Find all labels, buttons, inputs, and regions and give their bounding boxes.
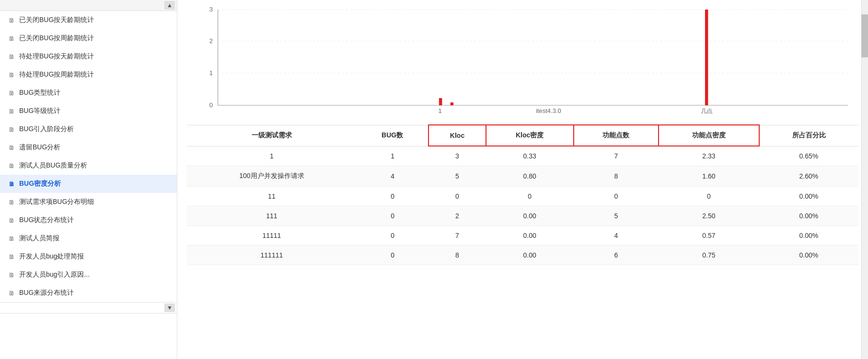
sidebar-scroll-top[interactable]: ▲ [0, 0, 177, 11]
svg-rect-9 [439, 98, 442, 105]
sidebar-item-test-req-bug-detail[interactable]: 🗎测试需求项BUG分布明细 [0, 193, 177, 211]
sidebar-item-bug-density[interactable]: 🗎BUG密度分析 [0, 175, 177, 193]
doc-icon: 🗎 [8, 271, 15, 279]
cell-req: 111 [187, 206, 357, 226]
sidebar-item-label-pending-bug-day: 待处理BUG按天龄期统计 [19, 52, 169, 61]
cell-kloc-density: 0.80 [486, 166, 574, 187]
cell-func-density: 0.57 [659, 226, 759, 246]
sidebar-item-bug-source-dist[interactable]: 🗎BUG来源分布统计 [0, 284, 177, 302]
cell-bug-count: 0 [357, 226, 429, 246]
cell-percentage: 0.00% [759, 187, 858, 206]
doc-icon: 🗎 [8, 198, 15, 206]
table-body: 1130.3372.330.65%100用户并发操作请求450.8081.602… [187, 146, 858, 265]
cell-req: 11 [187, 187, 357, 206]
scroll-up-arrow-icon[interactable]: ▲ [164, 1, 175, 10]
table-area: 一级测试需求 BUG数 Kloc Kloc密度 功能点数 功能点密度 所占百分比… [187, 120, 858, 265]
col-header-bug-count: BUG数 [357, 125, 429, 146]
doc-icon: 🗎 [8, 34, 15, 42]
svg-text:itest4.3.0: itest4.3.0 [536, 108, 561, 114]
col-header-func-points: 功能点数 [574, 125, 659, 146]
sidebar-item-label-closed-bug-week: 已关闭BUG按周龄期统计 [19, 34, 169, 43]
sidebar-scroll-bottom[interactable]: ▼ [0, 302, 177, 314]
cell-kloc: 0 [428, 187, 486, 206]
cell-func-density: 0.75 [659, 246, 759, 265]
main-scrollbar-track[interactable] [861, 0, 868, 359]
table-row: 111111080.0060.750.00% [187, 246, 858, 265]
svg-rect-11 [705, 10, 708, 105]
cell-func-points: 7 [574, 146, 659, 166]
sidebar-item-label-tester-brief: 测试人员简报 [19, 234, 169, 243]
svg-text:1: 1 [209, 70, 213, 76]
doc-icon: 🗎 [8, 180, 15, 188]
doc-icon: 🗎 [8, 235, 15, 242]
table-row: 11000000.00% [187, 187, 858, 206]
sidebar-item-pending-bug-day[interactable]: 🗎待处理BUG按天龄期统计 [0, 47, 177, 66]
sidebar-item-bug-status-dist[interactable]: 🗎BUG状态分布统计 [0, 211, 177, 229]
cell-func-density: 2.50 [659, 206, 759, 226]
cell-req: 1 [187, 146, 357, 166]
sidebar-item-tester-bug-quality[interactable]: 🗎测试人员BUG质量分析 [0, 157, 177, 175]
cell-bug-count: 0 [357, 246, 429, 265]
sidebar-item-tester-brief[interactable]: 🗎测试人员简报 [0, 229, 177, 247]
main-content: 3 2 1 0 1 itest4.3.0 几点 一 [177, 0, 868, 359]
cell-func-density: 0 [659, 187, 759, 206]
sidebar-item-label-dev-bug-cause: 开发人员bug引入原因... [19, 270, 169, 279]
table-header-row: 一级测试需求 BUG数 Kloc Kloc密度 功能点数 功能点密度 所占百分比 [187, 125, 858, 146]
sidebar-item-pending-bug-week[interactable]: 🗎待处理BUG按周龄期统计 [0, 66, 177, 84]
line-bar-chart: 3 2 1 0 1 itest4.3.0 几点 [187, 5, 858, 115]
table-row: 100用户并发操作请求450.8081.602.60% [187, 166, 858, 187]
col-header-func-density: 功能点密度 [659, 125, 759, 146]
cell-bug-count: 0 [357, 206, 429, 226]
svg-text:0: 0 [209, 102, 213, 108]
cell-bug-count: 4 [357, 166, 429, 187]
sidebar-item-label-closed-bug-day: 已关闭BUG按天龄期统计 [19, 16, 169, 24]
sidebar-item-bug-intro-stage[interactable]: 🗎BUG引入阶段分析 [0, 120, 177, 138]
cell-kloc: 5 [428, 166, 486, 187]
doc-icon: 🗎 [8, 289, 15, 297]
cell-kloc: 3 [428, 146, 486, 166]
sidebar-item-dev-bug-cause[interactable]: 🗎开发人员bug引入原因... [0, 266, 177, 284]
doc-icon: 🗎 [8, 144, 15, 151]
sidebar-item-bug-level[interactable]: 🗎BUG等级统计 [0, 102, 177, 120]
cell-kloc: 7 [428, 226, 486, 246]
cell-bug-count: 0 [357, 187, 429, 206]
doc-icon: 🗎 [8, 71, 15, 79]
sidebar-item-remaining-bug[interactable]: 🗎遗留BUG分析 [0, 138, 177, 157]
doc-icon: 🗎 [8, 216, 15, 224]
scroll-down-arrow-icon[interactable]: ▼ [164, 303, 175, 312]
sidebar-item-dev-bug-brief[interactable]: 🗎开发人员bug处理简报 [0, 247, 177, 266]
sidebar-item-label-bug-level: BUG等级统计 [19, 107, 169, 115]
main-scrollbar-thumb[interactable] [861, 14, 868, 57]
sidebar-item-label-bug-status-dist: BUG状态分布统计 [19, 216, 169, 224]
cell-req: 100用户并发操作请求 [187, 166, 357, 187]
sidebar-item-label-dev-bug-brief: 开发人员bug处理简报 [19, 252, 169, 261]
cell-bug-count: 1 [357, 146, 429, 166]
doc-icon: 🗎 [8, 107, 15, 115]
doc-icon: 🗎 [8, 53, 15, 60]
col-header-percentage: 所占百分比 [759, 125, 858, 146]
cell-func-density: 1.60 [659, 166, 759, 187]
cell-func-points: 4 [574, 226, 659, 246]
sidebar-items-list: 🗎已关闭BUG按天龄期统计🗎已关闭BUG按周龄期统计🗎待处理BUG按天龄期统计🗎… [0, 11, 177, 302]
sidebar: ▲ 🗎已关闭BUG按天龄期统计🗎已关闭BUG按周龄期统计🗎待处理BUG按天龄期统… [0, 0, 177, 359]
cell-percentage: 0.65% [759, 146, 858, 166]
svg-text:3: 3 [209, 6, 213, 12]
sidebar-item-bug-type[interactable]: 🗎BUG类型统计 [0, 84, 177, 102]
col-header-kloc-density: Kloc密度 [486, 125, 574, 146]
doc-icon: 🗎 [8, 89, 15, 97]
sidebar-item-label-remaining-bug: 遗留BUG分析 [19, 143, 169, 152]
cell-kloc-density: 0.33 [486, 146, 574, 166]
cell-kloc-density: 0.00 [486, 246, 574, 265]
svg-text:1: 1 [438, 108, 441, 114]
sidebar-item-closed-bug-day[interactable]: 🗎已关闭BUG按天龄期统计 [0, 11, 177, 29]
sidebar-item-label-test-req-bug-detail: 测试需求项BUG分布明细 [19, 198, 169, 206]
cell-func-points: 0 [574, 187, 659, 206]
cell-percentage: 0.00% [759, 226, 858, 246]
cell-percentage: 2.60% [759, 166, 858, 187]
sidebar-item-closed-bug-week[interactable]: 🗎已关闭BUG按周龄期统计 [0, 29, 177, 47]
table-row: 11111070.0040.570.00% [187, 226, 858, 246]
doc-icon: 🗎 [8, 16, 15, 24]
col-header-req: 一级测试需求 [187, 125, 357, 146]
sidebar-item-label-bug-source-dist: BUG来源分布统计 [19, 289, 169, 297]
sidebar-item-label-bug-intro-stage: BUG引入阶段分析 [19, 125, 169, 134]
